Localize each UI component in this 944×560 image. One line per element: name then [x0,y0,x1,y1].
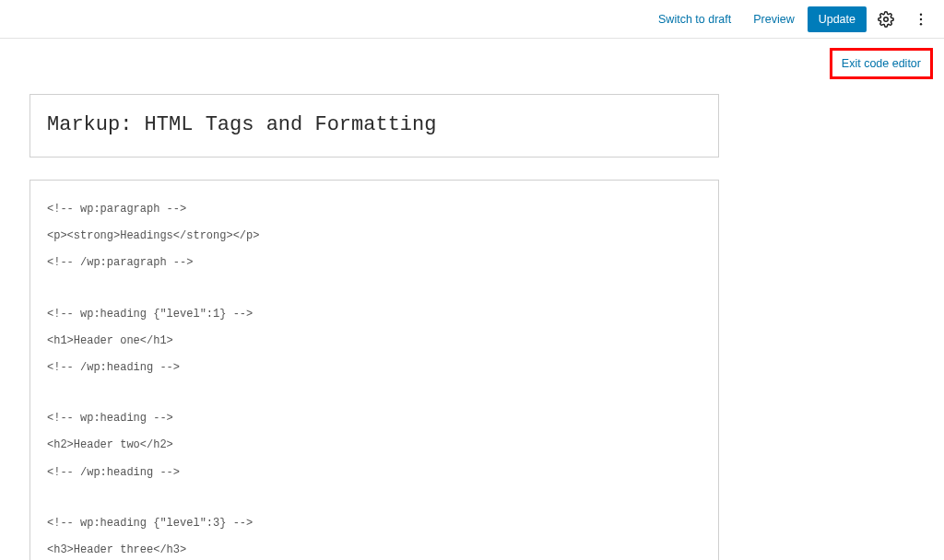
more-options-button[interactable] [905,4,937,35]
code-line: <!-- wp:heading --> [47,410,702,427]
post-title: Markup: HTML Tags and Formatting [47,113,702,136]
code-editor-textarea[interactable]: <!-- wp:paragraph --><p><strong>Headings… [30,180,719,560]
kebab-icon [913,11,929,28]
code-line: <!-- wp:heading {"level":3} --> [47,515,702,532]
update-button[interactable]: Update [808,6,867,32]
code-line: <p><strong>Headings</strong></p> [47,228,702,245]
code-blank-line [47,386,702,410]
code-line: <!-- wp:heading {"level":1} --> [47,306,702,323]
code-line: <!-- /wp:heading --> [47,464,702,482]
exit-row: Exit code editor [0,39,944,85]
code-blank-line [47,491,702,515]
svg-point-0 [884,17,889,21]
code-line: <h2>Header two</h2> [47,437,702,454]
code-line: <h1>Header one</h1> [47,332,702,350]
code-line: <!-- /wp:heading --> [47,359,702,377]
svg-point-2 [920,18,922,19]
settings-button[interactable] [870,4,902,35]
preview-button[interactable]: Preview [744,7,803,31]
post-title-box[interactable]: Markup: HTML Tags and Formatting [30,94,719,158]
editor-topbar: Switch to draft Preview Update [0,0,944,39]
exit-code-editor-button[interactable]: Exit code editor [830,48,933,79]
code-line: <!-- wp:paragraph --> [47,201,702,218]
switch-to-draft-button[interactable]: Switch to draft [649,7,740,31]
code-line: <!-- /wp:paragraph --> [47,254,702,272]
editor-area: Markup: HTML Tags and Formatting <!-- wp… [0,85,719,560]
svg-point-1 [920,13,922,15]
gear-icon [878,11,894,28]
svg-point-3 [920,23,922,25]
code-line: <h3>Header three</h3> [47,542,702,559]
code-blank-line [47,282,702,306]
